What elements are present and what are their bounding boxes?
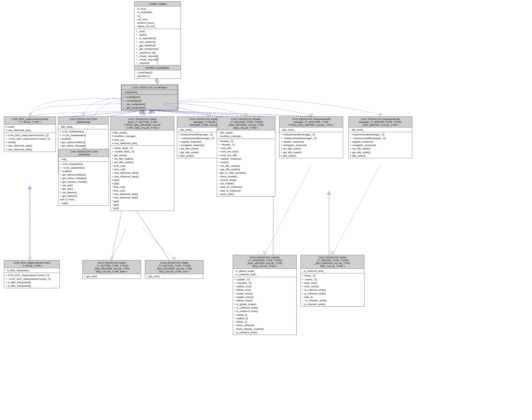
- corba-localobject-title: CORBA::LocalObject: [135, 65, 181, 70]
- svg-marker-37: [142, 114, 145, 116]
- ccm-statelistener-control-attrs: - is_filter_interpreted_: [4, 268, 60, 273]
- updater-t-methods: + Updater_T() + ~Updater_T() + update_on…: [233, 277, 296, 335]
- svg-marker-28: [143, 110, 147, 113]
- instance-handle-manager-updater-title: CIAO::DDS4CCM::InstanceHandleManager_T< …: [280, 117, 343, 127]
- svg-marker-40: [310, 114, 313, 116]
- reader-t-title: CIAO::DDS4CCM::Reader_T< READER_TYPE, TY…: [217, 117, 275, 130]
- svg-line-18: [111, 202, 124, 261]
- svg-line-20: [130, 202, 170, 261]
- reader-t-box: CIAO::DDS4CCM::Reader_T< READER_TYPE, TY…: [217, 117, 275, 197]
- ccm-datalistener-control-methods: + CCM_DDS_DataListenerControl_T() + ~CCM…: [4, 133, 56, 152]
- ccm-datawriter-attrs: - impl_: [59, 157, 109, 162]
- ccm-statelistener-control-title: CCM_DDS_StateListenerControl_T< BASE_TYP…: [4, 260, 60, 268]
- writer-t-title: CIAO::DDS4CCM::Writer_T< WRITER_TYPE, TY…: [301, 255, 364, 269]
- ccm-datalistener-control-attrs: # mode_ # max_delivered_data_: [4, 124, 56, 133]
- svg-marker-39: [244, 114, 248, 116]
- svg-line-46: [142, 228, 174, 260]
- svg-marker-5: [139, 110, 143, 113]
- svg-marker-9: [141, 110, 144, 113]
- svg-marker-41: [379, 114, 382, 116]
- getter-false-methods: + get_one(): [83, 274, 141, 278]
- updater-t-box: CIAO::DDS4CCM::Updater_T< UPDATER_TYPE, …: [233, 255, 297, 335]
- svg-marker-32: [156, 80, 159, 82]
- getter-false-box: CIAO::DDS4CCM::Getter_T< GETTER_TYPE, TY…: [82, 260, 141, 279]
- instance-handle-manager-writer-attrs: - dds_writer_: [349, 127, 412, 132]
- ciao-localobject-attrs: - component_: [122, 90, 178, 95]
- writer-t-box: CIAO::DDS4CCM::Writer_T< WRITER_TYPE, TY…: [301, 255, 364, 307]
- ccm-statelistener-control-box: CCM_DDS_StateListenerControl_T< BASE_TYP…: [4, 260, 60, 288]
- svg-marker-47: [173, 257, 176, 260]
- corba-localobject-methods: - LocalObject() - operator=(): [135, 70, 181, 78]
- getter-base-methods: + Getter_Base_T() + ~Getter_Base_T() + g…: [111, 146, 174, 210]
- svg-marker-43: [28, 257, 32, 260]
- ciao-localobject-title: CIAO::DDS4CCM::LocalObject: [122, 85, 178, 90]
- svg-line-44: [112, 228, 126, 260]
- svg-marker-51: [331, 252, 334, 255]
- instance-handle-manager-updater-methods: + InstanceHandleManager_T() + ~InstanceH…: [280, 132, 343, 158]
- getter-true-methods: + get_one(): [145, 274, 203, 278]
- svg-line-8: [105, 110, 142, 117]
- svg-line-12: [152, 110, 273, 117]
- svg-marker-3: [155, 78, 159, 81]
- instance-handle-manager-updater-box: CIAO::DDS4CCM::InstanceHandleManager_T< …: [279, 117, 343, 158]
- svg-marker-33: [28, 114, 32, 116]
- ciao-localobject-box: CIAO::DDS4CCM::LocalObject - component_ …: [121, 85, 178, 110]
- arrows-svg: [0, 0, 532, 420]
- getter-base-title: CIAO::DDS4CCM::Getter_Base_T< GETTER_TYP…: [111, 117, 174, 130]
- ccm-datawriter-methods: + CCM_DataWriter() + ~CCM_DataWriter() +…: [59, 162, 109, 205]
- svg-marker-45: [110, 257, 113, 260]
- updater-t-title: CIAO::DDS4CCM::Updater_T< UPDATER_TYPE, …: [233, 255, 296, 269]
- reader-t-attrs: - dds_reader_ - condition_manager_: [217, 130, 275, 139]
- instance-handle-manager-writer-box: CIAO::DDS4CCM::InstanceHandleManager_T< …: [348, 117, 412, 158]
- svg-marker-38: [207, 114, 210, 116]
- svg-marker-49: [263, 252, 266, 255]
- reader-t-methods: + Reader_T() + ~Reader_T() + read_all() …: [217, 139, 275, 197]
- getter-false-title: CIAO::DDS4CCM::Getter_T< GETTER_TYPE, TY…: [83, 260, 141, 274]
- instance-handle-manager-writer-title: CIAO::DDS4CCM::InstanceHandleManager_T< …: [349, 117, 412, 127]
- writer-t-attrs: - is_coherent_write_: [301, 269, 364, 273]
- ccm-statelistener-control-methods: + CCM_DDS_StateListenerControl_T() + ~CC…: [4, 273, 60, 288]
- ccm-datalistener-control-title: CCM_DDS_DataListenerControl_T< BASE_TYPE…: [4, 117, 56, 124]
- ccm-datareader-title: CIAO::DDS4CCM::CCM_DataReader: [58, 117, 108, 124]
- getter-true-box: CIAO::DDS4CCM::Getter_T< GETTER_TYPE, TY…: [145, 260, 203, 279]
- svg-line-50: [332, 165, 380, 255]
- svg-marker-11: [149, 110, 152, 113]
- ccm-datareader-attrs: - dds_entity_: [58, 124, 108, 129]
- corba-localobject-box: CORBA::LocalObject - LocalObject() - ope…: [134, 65, 181, 79]
- getter-base-box: CIAO::DDS4CCM::Getter_Base_T< GETTER_TYP…: [110, 117, 174, 211]
- ccm-datawriter-title: CIAO::DDS4CCM::CCM_DataWriter: [59, 149, 109, 157]
- main-arrows-svg: [0, 0, 532, 420]
- writer-t-methods: + Writer_T() + ~Writer_T() + write_one()…: [301, 273, 364, 306]
- getter-base-attrs: # dds_reader_ # condition_manager_ # tim…: [111, 130, 174, 146]
- svg-marker-15: [151, 110, 155, 113]
- svg-line-10: [150, 110, 230, 117]
- getter-true-title: CIAO::DDS4CCM::Getter_T< GETTER_TYPE, TY…: [145, 260, 203, 274]
- svg-line-14: [153, 110, 329, 117]
- updater-t-attrs: - is_global_scope_ - is_coherent_write_: [233, 269, 296, 277]
- corba-object-title: CORBA::Object: [135, 2, 181, 6]
- instance-handle-manager-updater-attrs: - dds_writer_: [280, 127, 343, 132]
- svg-marker-13: [150, 110, 153, 113]
- instance-handle-manager-writer-methods: + InstanceHandleManager_T() + ~InstanceH…: [349, 132, 412, 158]
- corba-object-attrs: - is_local_ - is_evaluated_ - ior_ - orb…: [135, 6, 181, 29]
- svg-marker-25: [327, 192, 331, 194]
- ccm-datawriter-box: CIAO::DDS4CCM::CCM_DataWriter - impl_ + …: [59, 149, 109, 206]
- ciao-localobject-methods: + LocalObject() + ~LocalObject() + _set_…: [122, 95, 178, 110]
- svg-marker-17: [28, 186, 31, 189]
- diagram-container: CORBA::Object - is_local_ - is_evaluated…: [0, 0, 532, 420]
- svg-marker-7: [142, 110, 145, 113]
- ccm-datalistener-control-box: CCM_DDS_DataListenerControl_T< BASE_TYPE…: [4, 117, 56, 152]
- svg-line-6: [65, 110, 144, 117]
- svg-marker-34: [82, 114, 85, 116]
